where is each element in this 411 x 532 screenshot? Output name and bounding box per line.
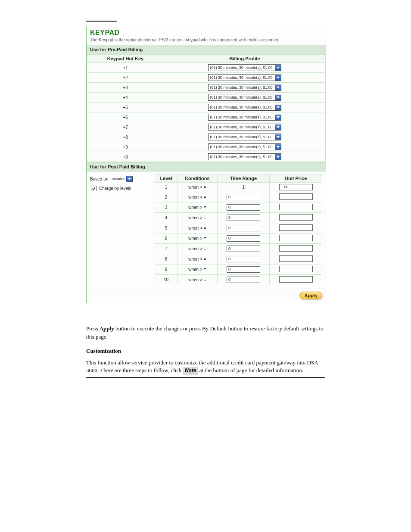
hotkey-cell: +7 xyxy=(87,122,164,132)
billing-profile-select[interactable]: (01) 30 minutes, 30 minute(s), $1.00 xyxy=(208,143,281,150)
profile-cell: (01) 30 minutes, 30 minute(s), $1.00 xyxy=(164,142,326,152)
dropdown-arrow-icon xyxy=(275,134,281,140)
unitprice-input[interactable] xyxy=(279,235,313,241)
charge-by-levels-checkbox[interactable] xyxy=(91,186,97,191)
billing-profile-select[interactable]: (01) 30 minutes, 30 minute(s), $1.00 xyxy=(208,124,281,131)
level-cell: 8 xyxy=(155,254,177,264)
dropdown-arrow-icon xyxy=(126,176,132,182)
table-row: 7when > =0 xyxy=(155,244,322,254)
svg-marker-6 xyxy=(277,126,280,128)
timerange-cell: 0 xyxy=(217,264,270,275)
hotkey-cell: +8 xyxy=(87,132,164,142)
svg-marker-5 xyxy=(277,116,280,118)
table-row: +4(01) 30 minutes, 30 minute(s), $1.00 xyxy=(87,93,326,103)
billing-profile-select-value: (01) 30 minutes, 30 minute(s), $1.00 xyxy=(210,124,274,130)
timerange-input[interactable]: 0 xyxy=(227,204,260,211)
unitprice-cell xyxy=(270,192,322,202)
table-row: +9(01) 30 minutes, 30 minute(s), $1.00 xyxy=(87,142,326,152)
billing-profile-select[interactable]: (01) 30 minutes, 30 minute(s), $1.00 xyxy=(208,114,281,121)
document-body-text: Press Apply button to execute the change… xyxy=(86,325,325,380)
profile-cell: (01) 30 minutes, 30 minute(s), $1.00 xyxy=(164,83,326,93)
table-row: 10when > =0 xyxy=(155,275,322,285)
unitprice-cell xyxy=(270,254,322,264)
condition-cell: when > = xyxy=(177,213,217,223)
condition-cell: when > = xyxy=(177,264,217,275)
condition-cell: when > = xyxy=(177,233,217,244)
apply-button[interactable]: Apply xyxy=(299,292,322,299)
timerange-cell: 0 xyxy=(217,233,270,244)
billing-profile-select[interactable]: (01) 30 minutes, 30 minute(s), $1.00 xyxy=(208,74,281,81)
timerange-input[interactable]: 0 xyxy=(227,235,260,242)
timerange-cell: 0 xyxy=(217,223,270,233)
postpaid-col-timerange: Time Range xyxy=(217,174,270,183)
level-cell: 3 xyxy=(155,202,177,213)
level-cell: 2 xyxy=(155,192,177,202)
timerange-cell: 0 xyxy=(217,244,270,254)
postpaid-col-level: Level xyxy=(155,174,177,183)
timerange-cell: 0 xyxy=(217,213,270,223)
apply-button-label: Apply xyxy=(304,293,318,298)
billing-profile-select-value: (01) 30 minutes, 30 minute(s), $1.00 xyxy=(210,134,274,140)
unitprice-input[interactable] xyxy=(279,245,313,252)
keypad-panel: KEYPAD The Keypad is the optional extern… xyxy=(86,26,326,303)
table-row: +0(01) 30 minutes, 30 minute(s), $1.00 xyxy=(87,152,326,162)
billing-profile-select[interactable]: (01) 30 minutes, 30 minute(s), $1.00 xyxy=(208,134,281,140)
timerange-input[interactable]: 0 xyxy=(227,266,260,273)
dropdown-arrow-icon xyxy=(275,115,281,120)
svg-marker-4 xyxy=(277,106,280,109)
billing-profile-select-value: (01) 30 minutes, 30 minute(s), $1.00 xyxy=(210,84,274,90)
timerange-input[interactable]: 0 xyxy=(227,194,260,200)
note-box: Note xyxy=(183,367,198,374)
billing-profile-select-value: (01) 30 minutes, 30 minute(s), $1.00 xyxy=(210,154,274,160)
unitprice-input[interactable] xyxy=(279,255,313,262)
hotkey-cell: +4 xyxy=(87,93,164,103)
prepaid-section-header: Use for Pre-Paid Billing xyxy=(87,45,326,54)
unitprice-input[interactable] xyxy=(279,276,313,283)
billing-profile-select-value: (01) 30 minutes, 30 minute(s), $1.00 xyxy=(210,144,274,150)
unitprice-input[interactable]: 1.00 xyxy=(279,184,313,190)
condition-cell: when > = xyxy=(177,183,217,192)
dropdown-arrow-icon xyxy=(275,105,281,110)
postpaid-col-unitprice: Unit Price xyxy=(270,174,322,183)
billing-profile-select-value: (01) 30 minutes, 30 minute(s), $1.00 xyxy=(210,75,274,81)
unitprice-input[interactable] xyxy=(279,266,313,272)
svg-marker-10 xyxy=(128,178,131,180)
profile-cell: (01) 30 minutes, 30 minute(s), $1.00 xyxy=(164,103,326,112)
hotkey-cell: +0 xyxy=(87,152,164,162)
charge-by-levels-label: Charge by levels xyxy=(99,186,131,191)
timerange-input[interactable]: 0 xyxy=(227,246,260,252)
svg-marker-2 xyxy=(277,87,280,89)
billing-profile-select[interactable]: (01) 30 minutes, 30 minute(s), $1.00 xyxy=(208,153,281,160)
prepaid-col-profile: Billing Profile xyxy=(164,55,326,63)
table-row: +5(01) 30 minutes, 30 minute(s), $1.00 xyxy=(87,103,326,112)
profile-cell: (01) 30 minutes, 30 minute(s), $1.00 xyxy=(164,132,326,142)
unitprice-cell xyxy=(270,223,322,233)
timerange-input[interactable]: 0 xyxy=(227,277,260,283)
billing-profile-select[interactable]: (01) 30 minutes, 30 minute(s), $1.00 xyxy=(208,94,281,101)
billing-profile-select[interactable]: (01) 30 minutes, 30 minute(s), $1.00 xyxy=(208,104,281,111)
unitprice-input[interactable] xyxy=(279,193,313,200)
unitprice-input[interactable] xyxy=(279,204,313,210)
profile-cell: (01) 30 minutes, 30 minute(s), $1.00 xyxy=(164,112,326,122)
basedon-select[interactable]: minutes xyxy=(110,176,133,182)
level-cell: 5 xyxy=(155,223,177,233)
billing-profile-select[interactable]: (01) 30 minutes, 30 minute(s), $1.00 xyxy=(208,64,281,71)
table-row: 9when > =0 xyxy=(155,264,322,275)
billing-profile-select[interactable]: (01) 30 minutes, 30 minute(s), $1.00 xyxy=(208,84,281,91)
timerange-input[interactable]: 0 xyxy=(227,225,260,231)
basedon-select-value: minutes xyxy=(112,176,125,182)
unitprice-input[interactable] xyxy=(279,224,313,231)
svg-marker-0 xyxy=(277,67,280,69)
panel-description: The Keypad is the optional external PS/2… xyxy=(87,37,326,45)
svg-marker-3 xyxy=(277,96,280,99)
timerange-input[interactable]: 0 xyxy=(227,215,260,221)
billing-profile-select-value: (01) 30 minutes, 30 minute(s), $1.00 xyxy=(210,114,274,120)
p2-suffix: at the bottom of page for detailed infor… xyxy=(199,367,303,373)
p1-prefix: Press xyxy=(86,325,100,332)
table-row: 2when > =0 xyxy=(155,192,322,202)
unitprice-input[interactable] xyxy=(279,214,313,221)
unitprice-cell: 1.00 xyxy=(270,183,322,192)
timerange-input[interactable]: 0 xyxy=(227,256,260,262)
charge-by-levels-row: Charge by levels xyxy=(91,186,155,191)
profile-cell: (01) 30 minutes, 30 minute(s), $1.00 xyxy=(164,152,326,162)
